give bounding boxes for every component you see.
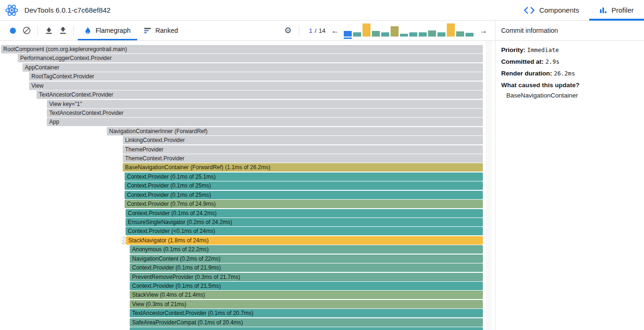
- flamegraph-node[interactable]: Context.Provider (0.1ms of 25ms): [125, 181, 483, 190]
- commit-info-field: Priority: Immediate: [501, 46, 638, 53]
- commit-bar[interactable]: [466, 22, 474, 39]
- flamegraph-node[interactable]: NavigationContainerInner (ForwardRef): [107, 127, 483, 135]
- commit-info-body: Priority: ImmediateCommitted at: 2.9sRen…: [496, 41, 644, 105]
- flamegraph-node[interactable]: Anonymous (0.1ms of 22.2ms): [130, 245, 483, 254]
- flamegraph-node[interactable]: ThemeProvider: [123, 145, 483, 154]
- commit-bar[interactable]: [437, 22, 445, 39]
- flamegraph-node[interactable]: Context.Provider (0.1ms of 21.9ms): [130, 263, 483, 272]
- flamegraph-node[interactable]: StackView (0.4ms of 21.4ms): [130, 291, 483, 299]
- clear-profile-button[interactable]: [20, 23, 34, 38]
- record-button[interactable]: [6, 23, 20, 38]
- flamegraph-node[interactable]: PreventRemoveProvider (0.3ms of 21.7ms): [130, 273, 483, 281]
- commit-bar[interactable]: [419, 22, 427, 39]
- selected-commit-underline: [372, 38, 380, 39]
- flamegraph-node[interactable]: Context.Provider (0.1ms of 25.1ms): [125, 172, 483, 181]
- selected-commit-underline: [419, 38, 427, 39]
- tab-profiler-label: Profiler: [611, 6, 634, 14]
- commit-bar-fill: [447, 23, 455, 37]
- flamegraph-node[interactable]: TextAncestorContext.Provider: [37, 90, 483, 99]
- flamegraph-node[interactable]: Context.Provider (0.7ms of 24.9ms): [125, 200, 483, 208]
- tab-profiler[interactable]: Profiler: [589, 0, 644, 20]
- commit-bar-chart: [344, 22, 475, 39]
- commit-count: 1 / 14: [306, 27, 326, 34]
- commit-bar[interactable]: [372, 22, 380, 39]
- bar-chart-icon: [600, 7, 607, 14]
- commit-index-input[interactable]: 1: [306, 27, 312, 34]
- selected-commit-underline: [381, 38, 389, 39]
- flamegraph-node[interactable]: Context.Provider (<0.1ms of 24ms): [126, 227, 483, 235]
- commit-bar-fill: [409, 32, 417, 37]
- caused-by-item[interactable]: BaseNavigationContainer: [506, 92, 638, 99]
- body: Flamegraph Ranked ⚙: [0, 21, 644, 330]
- commit-info-title: Commit information: [496, 21, 644, 41]
- selected-commit-underline: [428, 38, 436, 39]
- upload-icon: [45, 27, 53, 35]
- flamegraph-node[interactable]: BaseNavigationContainer (ForwardRef) (1.…: [123, 163, 483, 172]
- selected-commit-underline: [447, 38, 455, 39]
- app-title: DevTools 6.0.1-c7c68ef842: [24, 6, 111, 14]
- app-header: DevTools 6.0.1-c7c68ef842 Components: [0, 0, 644, 21]
- flamegraph-node[interactable]: TextAncestorContext.Provider: [47, 109, 483, 117]
- commit-bar[interactable]: [428, 22, 436, 39]
- selected-commit-underline: [466, 38, 474, 39]
- selected-commit-underline: [363, 38, 370, 39]
- commit-bar[interactable]: [381, 22, 389, 39]
- commit-bar[interactable]: [353, 22, 361, 39]
- field-value: Immediate: [527, 46, 559, 53]
- flamegraph-node[interactable]: NavigationContent (0.2ms of 22ms): [130, 255, 483, 263]
- flamegraph-node[interactable]: Context.Provider (0.1ms of 21.5ms): [130, 282, 483, 290]
- flamegraph-node[interactable]: View: [29, 82, 483, 90]
- commit-bar-fill: [419, 32, 427, 37]
- record-dot-icon: [10, 28, 16, 34]
- commit-bar-fill: [466, 33, 474, 37]
- commit-bar[interactable]: [409, 22, 417, 39]
- field-label: Render duration:: [501, 70, 554, 77]
- tab-flamegraph[interactable]: Flamegraph: [78, 21, 137, 40]
- tab-ranked[interactable]: Ranked: [137, 21, 185, 40]
- selected-commit-underline: [409, 38, 417, 39]
- commit-bar[interactable]: [363, 22, 370, 39]
- devtools-app: DevTools 6.0.1-c7c68ef842 Components: [0, 0, 644, 330]
- code-brackets-icon: [524, 7, 535, 14]
- selected-commit-underline: [437, 38, 445, 39]
- flamegraph-node[interactable]: View (0.3ms of 21ms): [130, 300, 483, 308]
- flamegraph-node[interactable]: Context.Provider (0.1ms of 25ms): [125, 191, 483, 199]
- commit-bar[interactable]: [456, 22, 464, 39]
- settings-button[interactable]: ⚙: [281, 23, 295, 38]
- next-commit-button[interactable]: →: [477, 27, 490, 35]
- commit-total: 14: [319, 27, 326, 34]
- flamegraph-node[interactable]: Context.Provider (0.1ms of 24.2ms): [126, 209, 483, 218]
- caused-by-list: BaseNavigationContainer: [501, 92, 638, 99]
- commit-bar-fill: [428, 30, 436, 37]
- commit-bar[interactable]: [400, 22, 408, 39]
- field-label: Priority:: [501, 46, 527, 53]
- vertical-scrollbar[interactable]: [486, 41, 491, 330]
- flamegraph-node[interactable]: RootTagContext.Provider: [29, 72, 483, 81]
- flamegraph-node[interactable]: ThemeContext.Provider: [123, 154, 483, 163]
- commit-info-field: Committed at: 2.9s: [501, 58, 638, 65]
- save-profile-button[interactable]: [56, 23, 70, 38]
- commit-info-field: Render duration: 26.2ms: [501, 70, 638, 77]
- load-profile-button[interactable]: [42, 23, 56, 38]
- tab-components[interactable]: Components: [513, 0, 589, 20]
- flamegraph-node[interactable]: TextAncestorContext.Provider (0.1ms of 2…: [130, 309, 483, 317]
- flamegraph-node[interactable]: StackNavigator (1.8ms of 24ms): [126, 236, 483, 245]
- commit-bar-fill: [381, 32, 389, 37]
- flamegraph-node[interactable]: RootComponent (com.org.kepleroregontrail…: [1, 45, 483, 53]
- commit-bar[interactable]: [391, 22, 399, 39]
- download-icon: [59, 27, 67, 35]
- prev-commit-button[interactable]: ←: [328, 27, 342, 35]
- profiler-toolbar: Flamegraph Ranked ⚙: [0, 21, 495, 41]
- flamegraph: RootComponent (com.org.kepleroregontrail…: [0, 41, 495, 330]
- flamegraph-node[interactable]: App: [47, 118, 483, 126]
- flamegraph-node[interactable]: PerformanceLoggerContext.Provider: [18, 54, 483, 62]
- flamegraph-node[interactable]: [130, 327, 483, 330]
- flamegraph-node[interactable]: EnsureSingleNavigator (0.2ms of 24.2ms): [126, 218, 483, 226]
- commit-bar[interactable]: [447, 22, 455, 39]
- flamegraph-node[interactable]: AppContainer: [22, 63, 483, 72]
- commit-bar[interactable]: [344, 22, 352, 39]
- commit-bar-fill: [391, 26, 399, 37]
- flamegraph-node[interactable]: SafeAreaProviderCompat (0.1ms of 20.4ms): [130, 318, 483, 327]
- flamegraph-node[interactable]: LinkingContext.Provider: [123, 136, 483, 144]
- flamegraph-node[interactable]: View key="1": [47, 100, 483, 108]
